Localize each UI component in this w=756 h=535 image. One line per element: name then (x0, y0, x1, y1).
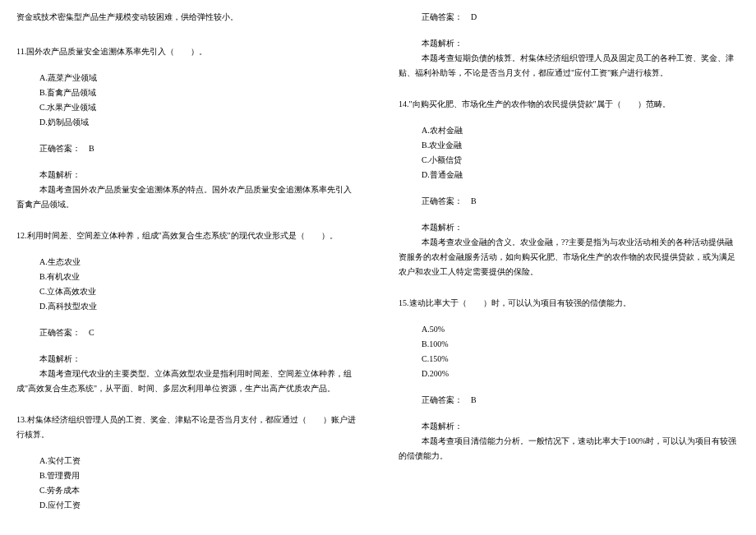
question-13-explain-label: 本题解析： (422, 36, 740, 51)
option-d: D.普通金融 (422, 168, 740, 182)
question-11: 11.国外农产品质量安全追溯体系率先引入（ ）。 A.蔬菜产业领域 B.畜禽产品… (16, 44, 357, 212)
option-c: C.劳务成本 (39, 483, 357, 498)
option-a: A.蔬菜产业领域 (39, 71, 357, 85)
option-b: B.农业金融 (422, 138, 740, 153)
option-b: B.100% (422, 337, 740, 352)
question-11-explain: 本题考查国外农产品质量安全追溯体系的特点。国外农产品质量安全追溯体系率先引入畜禽… (16, 182, 357, 212)
right-column: 正确答案： D 本题解析： 本题考查短期负债的核算。村集体经济组织管理人员及固定… (382, 0, 756, 535)
question-15-explain-label: 本题解析： (422, 419, 740, 434)
question-15-explain: 本题考查项目清偿能力分析。一般情况下，速动比率大于100%时，可以认为项目有较强… (399, 434, 740, 464)
question-13-explain: 本题考查短期负债的核算。村集体经济组织管理人员及固定员工的各种工资、奖金、津贴、… (399, 51, 740, 81)
question-13-continued: 正确答案： D 本题解析： 本题考查短期负债的核算。村集体经济组织管理人员及固定… (399, 10, 740, 81)
option-a: A.农村金融 (422, 123, 740, 138)
question-11-answer: 正确答案： B (39, 141, 357, 156)
question-14-answer: 正确答案： B (422, 194, 740, 209)
question-12-options: A.生态农业 B.有机农业 C.立体高效农业 D.高科技型农业 (39, 255, 357, 314)
question-13-answer: 正确答案： D (422, 10, 740, 25)
question-11-options: A.蔬菜产业领域 B.畜禽产品领域 C.水果产业领域 D.奶制品领域 (39, 71, 357, 130)
option-c: C.水果产业领域 (39, 100, 357, 115)
question-15-text: 15.速动比率大于（ ）时，可以认为项目有较强的偿债能力。 (399, 296, 740, 311)
question-15: 15.速动比率大于（ ）时，可以认为项目有较强的偿债能力。 A.50% B.10… (399, 296, 740, 464)
option-b: B.有机农业 (39, 270, 357, 284)
left-column: 资金或技术密集型产品生产规模变动较困难，供给弹性较小。 11.国外农产品质量安全… (0, 0, 382, 535)
question-12-answer: 正确答案： C (39, 325, 357, 340)
question-12-text: 12.利用时间差、空间差立体种养，组成"高效复合生态系统"的现代农业形式是（ ）… (16, 228, 357, 243)
option-d: D.高科技型农业 (39, 299, 357, 314)
question-12: 12.利用时间差、空间差立体种养，组成"高效复合生态系统"的现代农业形式是（ ）… (16, 228, 357, 396)
question-13-text: 13.村集体经济组织管理人员的工资、奖金、津贴不论是否当月支付，都应通过（ ）账… (16, 413, 357, 442)
question-13: 13.村集体经济组织管理人员的工资、奖金、津贴不论是否当月支付，都应通过（ ）账… (16, 413, 357, 513)
question-12-explain: 本题考查现代农业的主要类型。立体高效型农业是指利用时间差、空间差立体种养，组成"… (16, 367, 357, 396)
question-11-explain-label: 本题解析： (39, 168, 357, 182)
option-d: D.奶制品领域 (39, 115, 357, 130)
question-11-text: 11.国外农产品质量安全追溯体系率先引入（ ）。 (16, 44, 357, 59)
question-13-options: A.实付工资 B.管理费用 C.劳务成本 D.应付工资 (39, 454, 357, 513)
option-b: B.畜禽产品领域 (39, 85, 357, 100)
question-15-options: A.50% B.100% C.150% D.200% (422, 322, 740, 381)
question-14-explain-label: 本题解析： (422, 220, 740, 235)
question-14: 14."向购买化肥、市场化生产的农作物的农民提供贷款"属于（ ）范畴。 A.农村… (399, 97, 740, 279)
option-d: D.200% (422, 367, 740, 381)
question-14-options: A.农村金融 B.农业金融 C.小额信贷 D.普通金融 (422, 123, 740, 182)
question-14-text: 14."向购买化肥、市场化生产的农作物的农民提供贷款"属于（ ）范畴。 (399, 97, 740, 112)
question-14-explain: 本题考查农业金融的含义。农业金融，??主要是指为与农业活动相关的各种活动提供融资… (399, 235, 740, 279)
option-a: A.50% (422, 322, 740, 337)
option-d: D.应付工资 (39, 498, 357, 513)
option-a: A.实付工资 (39, 454, 357, 468)
intro-text: 资金或技术密集型产品生产规模变动较困难，供给弹性较小。 (16, 10, 357, 25)
question-15-answer: 正确答案： B (422, 393, 740, 408)
option-b: B.管理费用 (39, 468, 357, 483)
question-12-explain-label: 本题解析： (39, 352, 357, 367)
option-c: C.立体高效农业 (39, 284, 357, 299)
option-a: A.生态农业 (39, 255, 357, 270)
option-c: C.小额信贷 (422, 153, 740, 168)
option-c: C.150% (422, 352, 740, 367)
